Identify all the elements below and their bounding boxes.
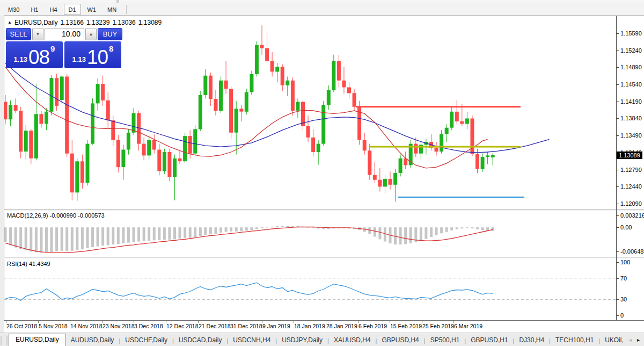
toolbar-separator-handle <box>116 0 119 3</box>
spinner-up-icon: ▲ <box>89 32 93 37</box>
macd-histogram-bar <box>107 227 109 245</box>
candle-bear <box>55 78 58 106</box>
macd-histogram-bar <box>420 227 422 241</box>
buy-price-big: 10 <box>87 49 108 66</box>
tab-usdchf-daily[interactable]: USDCHF,Daily <box>120 335 172 346</box>
tab-scroll-left-icon[interactable]: ◂ <box>629 337 632 343</box>
macd-histogram-bar <box>55 227 58 251</box>
tab-usdcnh-h4[interactable]: USDCNH,H4 <box>228 335 275 346</box>
timeframe-button-d1[interactable]: D1 <box>64 4 81 15</box>
candle-bull <box>173 158 177 177</box>
collapse-panel-icon[interactable]: ▲ <box>8 20 12 25</box>
one-click-trade-panel: SELL ▼ 10.00 ▲ BUY 1.13 08 9 1.13 10 8 <box>6 28 123 68</box>
volume-decrease-button[interactable]: ▼ <box>32 28 43 40</box>
macd-histogram-bar <box>235 227 238 232</box>
candle-bear <box>167 152 171 177</box>
tab-sp500-h1[interactable]: SP500,H1 <box>426 335 465 346</box>
macd-histogram-bar <box>35 227 38 252</box>
tab-audusd-daily[interactable]: AUDUSD,Daily <box>66 335 119 346</box>
tab-dj30-h4[interactable]: DJ30,H4 <box>514 335 549 346</box>
tab-xauusd-h4[interactable]: XAUUSD,H4 <box>329 335 376 346</box>
tab-ukoil[interactable]: UKOil, <box>600 335 628 346</box>
candle-bear <box>80 161 84 183</box>
candle-bear <box>347 88 351 93</box>
candle-bear <box>157 150 161 171</box>
timeframe-button-w1[interactable]: W1 <box>83 4 101 15</box>
chart-title: ▲ EURUSD,Daily 1.13166 1.13239 1.13036 1… <box>8 19 162 26</box>
volume-input[interactable]: 10.00 <box>45 28 84 40</box>
tab-gbpusd-h1[interactable]: GBPUSD,H1 <box>466 335 513 346</box>
price-tick-label: 1.12790 <box>620 167 642 173</box>
candle-bear <box>101 84 105 100</box>
timeframe-button-mn[interactable]: MN <box>103 4 121 15</box>
candle-bear <box>152 140 156 149</box>
candle-bull <box>86 144 90 183</box>
rsi-indicator-label: RSI(14) 41.4349 <box>7 261 50 267</box>
macd-histogram-bar <box>276 226 279 227</box>
candle-bear <box>378 180 382 187</box>
rsi-tick-label-tick <box>617 299 619 300</box>
candle-bull <box>440 134 443 152</box>
timeframe-toolbar: M30H1H4D1W1MN <box>0 3 644 16</box>
tab-bar-grip[interactable] <box>1 336 8 345</box>
open-value: 1.13166 <box>61 19 84 26</box>
candle-bull <box>399 158 402 173</box>
macd-histogram-bar <box>404 227 407 244</box>
rsi-line <box>5 283 493 300</box>
pivot-hline[interactable] <box>370 146 521 148</box>
date-label: 23 Nov 2018 <box>103 323 135 329</box>
candle-bull <box>60 77 64 100</box>
candle-bull <box>275 67 279 71</box>
rsi-tick-label: 0 <box>620 312 624 319</box>
tab-eurusd-daily[interactable]: EURUSD,Daily <box>9 334 66 346</box>
tab-usdjpy-daily[interactable]: USDJPY,Daily <box>277 335 327 346</box>
tab-usdcad-daily[interactable]: USDCAD,Daily <box>174 335 227 346</box>
tab-scroll-right-icon[interactable]: ▸ <box>637 337 640 343</box>
macd-histogram-bar <box>9 227 12 245</box>
macd-histogram-bar <box>30 227 32 251</box>
candle-bear <box>4 102 8 120</box>
price-tick-label: 1.14190 <box>620 98 642 105</box>
candle-bull <box>45 112 48 124</box>
macd-histogram-bar <box>312 227 314 228</box>
candle-bear <box>389 179 392 185</box>
candle-bear <box>178 158 182 161</box>
date-label: 18 Jan 2019 <box>294 323 325 329</box>
macd-histogram-bar <box>425 227 427 239</box>
macd-histogram-bar <box>245 227 248 230</box>
timeframe-button-h1[interactable]: H1 <box>26 4 43 15</box>
macd-histogram-bar <box>133 227 135 242</box>
macd-histogram-bar <box>14 227 17 247</box>
volume-increase-button[interactable]: ▲ <box>85 28 97 40</box>
candle-bull <box>317 144 320 152</box>
date-axis: 26 Oct 20185 Nov 201814 Nov 201823 Nov 2… <box>4 321 644 333</box>
window-left-edge <box>0 16 4 333</box>
tab-tech100-h1[interactable]: TECH100,H1 <box>551 335 598 346</box>
macd-histogram-bar <box>486 227 489 230</box>
timeframe-button-m30[interactable]: M30 <box>3 4 24 15</box>
macd-histogram-bar <box>199 227 202 236</box>
macd-histogram-bar <box>117 227 120 244</box>
candle-bull <box>327 90 331 105</box>
sell-button[interactable]: SELL <box>6 28 31 40</box>
timeframe-button-h4[interactable]: H4 <box>45 4 62 15</box>
tab-gbpusd-h4[interactable]: GBPUSD,H4 <box>377 335 423 346</box>
buy-button[interactable]: BUY <box>98 28 122 40</box>
macd-panel-splitter[interactable] <box>4 210 644 212</box>
rsi-tick-label-tick <box>617 278 619 279</box>
candle-bull <box>235 109 238 132</box>
macd-indicator-label: MACD(12,26,9) -0.000990 -0.000573 <box>7 212 105 219</box>
price-tick-label: 1.15240 <box>620 47 642 54</box>
support-hline[interactable] <box>398 197 524 198</box>
macd-histogram-bar <box>271 227 274 227</box>
tab-scroll-arrows: ◂▸ <box>629 337 644 346</box>
candle-bull <box>465 119 469 124</box>
rsi-panel-splitter[interactable] <box>4 257 644 259</box>
buy-price-sup: 8 <box>109 45 113 53</box>
candle-bear <box>291 81 295 111</box>
candle-bull <box>255 45 259 74</box>
resistance-hline[interactable] <box>356 106 521 107</box>
macd-histogram-bar <box>101 227 104 246</box>
sell-price-box[interactable]: 1.13 08 9 <box>6 41 63 68</box>
buy-price-box[interactable]: 1.13 10 8 <box>64 41 121 68</box>
